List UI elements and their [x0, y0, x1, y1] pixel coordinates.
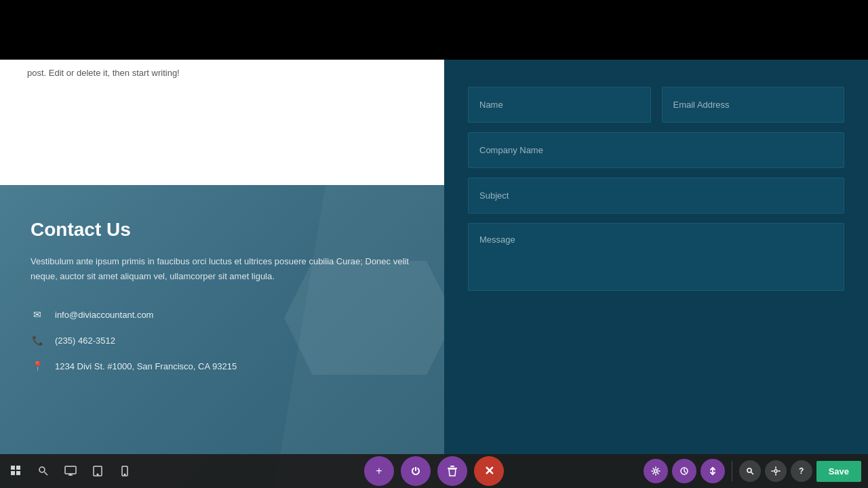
bottom-toolbar: + ✕ — [0, 454, 868, 488]
sort-icon — [708, 466, 717, 476]
desktop-view-button[interactable] — [57, 454, 84, 488]
svg-line-19 — [751, 472, 753, 475]
svg-rect-1 — [16, 466, 20, 470]
grid-icon — [11, 466, 22, 476]
close-button[interactable]: ✕ — [474, 456, 504, 486]
power-button[interactable] — [401, 456, 431, 486]
sort-button[interactable] — [701, 459, 725, 483]
options-icon — [771, 466, 781, 476]
tablet-icon — [93, 466, 102, 476]
svg-point-10 — [97, 474, 98, 475]
subject-input[interactable] — [468, 178, 844, 214]
contact-email: info@diviaccountant.com — [55, 310, 153, 320]
power-icon — [410, 466, 421, 476]
message-textarea[interactable] — [468, 223, 844, 291]
save-button[interactable]: Save — [816, 461, 861, 482]
settings-button[interactable] — [644, 459, 668, 483]
svg-point-4 — [39, 467, 45, 472]
desktop-icon — [64, 466, 77, 476]
contact-email-row: ✉ info@diviaccountant.com — [31, 308, 414, 321]
contact-form-section — [444, 60, 868, 488]
svg-point-12 — [124, 474, 125, 475]
name-input[interactable] — [468, 87, 651, 123]
svg-rect-3 — [16, 471, 20, 475]
close-icon: ✕ — [484, 465, 494, 477]
toolbar-right-buttons: ? Save — [644, 459, 861, 483]
history-icon — [679, 466, 689, 476]
email-input[interactable] — [662, 87, 845, 123]
trash-icon — [448, 466, 457, 476]
divider — [732, 461, 732, 481]
top-bar — [0, 0, 868, 60]
content-area: post. Edit or delete it, then start writ… — [0, 60, 868, 488]
help-icon: ? — [799, 466, 804, 476]
mobile-icon — [121, 466, 128, 476]
intro-text: post. Edit or delete it, then start writ… — [27, 66, 180, 80]
contact-phone-row: 📞 (235) 462-3512 — [31, 333, 414, 347]
svg-point-15 — [654, 470, 657, 472]
delete-button[interactable] — [437, 456, 467, 486]
contact-section: Contact Us Vestibulum ante ipsum primis … — [0, 185, 444, 488]
mobile-view-button[interactable] — [111, 454, 138, 488]
tablet-view-button[interactable] — [84, 454, 111, 488]
add-button[interactable]: + — [364, 456, 394, 486]
search-toolbar-button[interactable] — [30, 454, 57, 488]
svg-line-5 — [45, 472, 48, 476]
svg-rect-14 — [450, 466, 454, 467]
svg-rect-6 — [65, 466, 76, 474]
toolbar-center-buttons: + ✕ — [364, 456, 504, 486]
contact-phone: (235) 462-3512 — [55, 336, 115, 346]
grid-view-button[interactable] — [3, 454, 30, 488]
search-small-icon — [746, 467, 754, 475]
svg-rect-2 — [11, 471, 15, 475]
search-right-button[interactable] — [739, 460, 761, 482]
contact-address: 1234 Divi St. #1000, San Francisco, CA 9… — [55, 361, 237, 371]
svg-point-20 — [774, 470, 777, 472]
history-button[interactable] — [672, 459, 696, 483]
name-email-row — [468, 87, 844, 123]
phone-icon: 📞 — [31, 333, 44, 347]
company-input[interactable] — [468, 132, 844, 168]
svg-point-18 — [747, 468, 751, 472]
help-button[interactable]: ? — [791, 460, 812, 482]
search-icon — [38, 466, 49, 476]
contact-description: Vestibulum ante ipsum primis in faucibus… — [31, 254, 414, 284]
contact-address-row: 📍 1234 Divi St. #1000, San Francisco, CA… — [31, 359, 414, 373]
toolbar-left-icons — [0, 454, 141, 488]
options-button[interactable] — [765, 460, 787, 482]
svg-rect-0 — [11, 466, 15, 470]
location-icon: 📍 — [31, 359, 44, 373]
contact-title: Contact Us — [31, 219, 414, 241]
gear-icon — [651, 466, 660, 476]
left-white-section: post. Edit or delete it, then start writ… — [0, 60, 444, 185]
email-icon: ✉ — [31, 308, 44, 321]
